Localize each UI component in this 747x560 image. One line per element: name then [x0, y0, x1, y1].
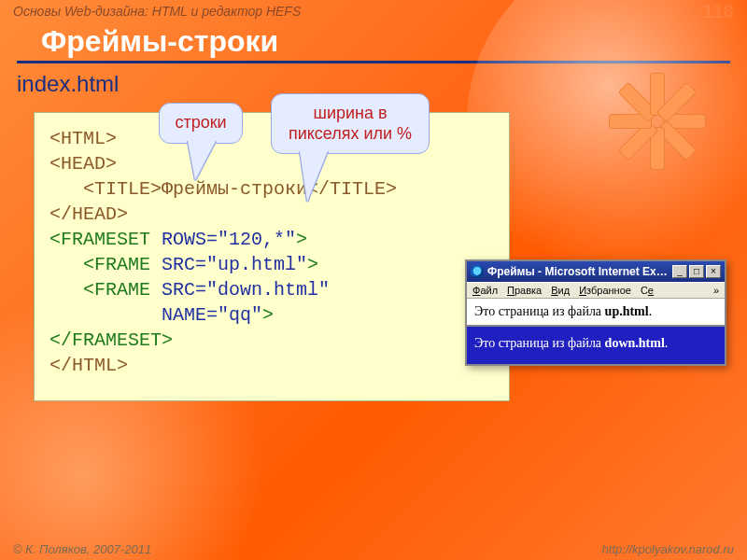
callout-rows: строки — [159, 103, 243, 144]
callout-text: ширина в пикселях или % — [289, 104, 412, 143]
menu-edit[interactable]: Правка — [507, 285, 542, 296]
close-button[interactable]: × — [706, 265, 721, 278]
code-line: <HTML> — [49, 128, 117, 149]
callout-width: ширина в пикселях или % — [271, 93, 430, 154]
code-attr: ROWS="120,*" — [162, 229, 296, 250]
code-attr: NAME="qq" — [49, 304, 262, 326]
menu-file[interactable]: Файл — [472, 285, 498, 296]
menu-overflow-chevron-icon[interactable]: » — [713, 285, 719, 296]
code-line: > — [307, 254, 318, 275]
footer-url: http://kpolyakov.narod.ru — [602, 542, 734, 556]
code-line: <TITLE> — [49, 178, 162, 200]
callout-tail-icon — [188, 141, 216, 180]
frame-bottom-filename: down.html — [605, 336, 665, 350]
maximize-button[interactable]: □ — [689, 265, 704, 278]
frame-top: Это страница из файла up.html. — [467, 299, 725, 327]
frame-top-text: Это страница из файла — [474, 304, 605, 318]
browser-window: Фреймы - Microsoft Internet Explor… _ □ … — [465, 259, 726, 366]
code-line: <FRAMESET — [49, 229, 162, 250]
code-attr: SRC="down.html" — [162, 279, 330, 301]
code-text: Фреймы-строки — [162, 178, 307, 200]
code-attr: SRC="up.html" — [162, 254, 307, 275]
code-line: <FRAME — [49, 279, 162, 301]
browser-menubar: Файл Правка Вид Избранное Се » — [467, 282, 725, 299]
browser-title: Фреймы - Microsoft Internet Explor… — [487, 265, 670, 278]
ie-icon — [471, 265, 484, 278]
code-line: > — [262, 304, 274, 326]
callout-tail-icon — [300, 151, 328, 202]
code-line: > — [296, 229, 307, 250]
menu-view[interactable]: Вид — [551, 285, 570, 296]
bg-flower — [607, 65, 719, 177]
code-box: <HTML> <HEAD> <TITLE>Фреймы-строки</TITL… — [34, 112, 510, 401]
breadcrumb: Основы Web-дизайна: HTML и редактор HEFS — [13, 4, 301, 19]
code-line: <FRAME — [49, 254, 162, 275]
frame-top-filename: up.html — [605, 304, 649, 318]
menu-tools[interactable]: Се — [641, 285, 654, 296]
callout-text: строки — [175, 113, 226, 132]
footer: © К. Поляков, 2007-2011 http://kpolyakov… — [0, 542, 747, 556]
frame-bottom: Это страница из файла down.html. — [467, 327, 725, 364]
browser-titlebar: Фреймы - Microsoft Internet Explor… _ □ … — [467, 261, 725, 282]
copyright: © К. Поляков, 2007-2011 — [13, 542, 151, 556]
minimize-button[interactable]: _ — [672, 265, 687, 278]
code-line: </HTML> — [49, 355, 128, 376]
frame-bottom-text: Это страница из файла — [474, 336, 605, 350]
slide: Основы Web-дизайна: HTML и редактор HEFS… — [0, 0, 747, 560]
code-line: </HEAD> — [49, 203, 128, 225]
code-line: </FRAMESET> — [49, 329, 173, 351]
menu-favorites[interactable]: Избранное — [579, 285, 631, 296]
code-line: <HEAD> — [49, 153, 117, 175]
browser-viewport: Это страница из файла up.html. Это стран… — [467, 299, 725, 364]
